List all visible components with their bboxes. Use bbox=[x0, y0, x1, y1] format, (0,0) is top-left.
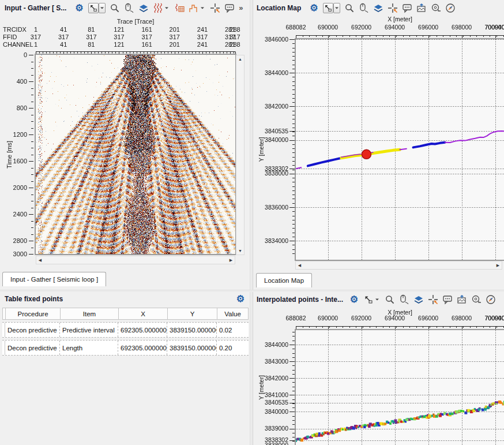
select-expand-icon[interactable] bbox=[88, 3, 99, 13]
settings-gear-icon[interactable]: ⚙ bbox=[349, 294, 359, 305]
column-header-procedure: Procedure bbox=[6, 308, 61, 319]
location-map-horizontal-scrollbar[interactable]: ◀ ▶ bbox=[295, 261, 502, 270]
fixed-points-table: Procedure Item X Y Value Decon predictiv… bbox=[2, 308, 249, 356]
toolbar-overflow-icon[interactable]: » bbox=[239, 3, 243, 13]
zoom-icon[interactable] bbox=[385, 294, 395, 305]
cell-x: 692305.000000 bbox=[118, 323, 167, 337]
panel-title: Table fixed points bbox=[0, 295, 63, 303]
cell-y: 3839150.000000 bbox=[167, 323, 217, 337]
cell-procedure: Decon predictive bbox=[5, 341, 60, 355]
wiggle-display-icon[interactable] bbox=[153, 3, 163, 13]
export-image-icon[interactable] bbox=[416, 3, 427, 13]
table-row[interactable]: Decon predictive Length 692305.000000 38… bbox=[2, 340, 249, 356]
scroll-up-button[interactable]: ▲ bbox=[236, 55, 244, 63]
interpolated-points-plot[interactable] bbox=[252, 307, 504, 445]
interpolated-toolbar: ⚙ bbox=[349, 294, 496, 305]
scroll-right-button[interactable]: ▶ bbox=[494, 261, 502, 269]
amplitude-histogram-icon[interactable] bbox=[189, 3, 199, 13]
tab-input-gather[interactable]: Input - Gather [ Seismic loop ] bbox=[2, 272, 106, 286]
export-image-icon[interactable] bbox=[457, 294, 467, 305]
interpolated-panel-header: Interpolated points - Inte... ⚙ bbox=[252, 291, 504, 307]
panel-title: Location Map bbox=[252, 4, 301, 12]
panel-location-map: Location Map ⚙ bbox=[252, 0, 504, 290]
zoom-icon[interactable] bbox=[110, 3, 120, 13]
horizontal-splitter[interactable] bbox=[0, 290, 504, 292]
cell-y: 3839150.000000 bbox=[167, 341, 217, 355]
pick-crosshair-icon[interactable] bbox=[388, 3, 398, 13]
cell-item: Length bbox=[60, 341, 118, 355]
scroll-down-button[interactable]: ▼ bbox=[236, 247, 244, 255]
measure-tape-icon[interactable] bbox=[431, 3, 441, 13]
layers-icon[interactable] bbox=[413, 294, 424, 305]
seismic-panel-header: Input - Gather [ S... ⚙ bbox=[0, 0, 250, 16]
mouse-pick-icon[interactable] bbox=[359, 3, 369, 13]
cell-item: Predictive interval bbox=[60, 323, 118, 337]
settings-gear-icon[interactable]: ⚙ bbox=[235, 294, 246, 304]
mouse-pick-icon[interactable] bbox=[124, 3, 134, 13]
column-header-item: Item bbox=[61, 308, 119, 319]
scroll-track[interactable] bbox=[236, 63, 244, 247]
application-window: Input - Gather [ S... ⚙ bbox=[0, 0, 504, 445]
location-map-panel-header: Location Map ⚙ bbox=[252, 0, 504, 16]
vertical-splitter[interactable] bbox=[250, 0, 253, 445]
seismic-vertical-scrollbar[interactable]: ▲ ▼ bbox=[236, 55, 245, 255]
comment-bubble-icon[interactable] bbox=[442, 294, 453, 305]
mouse-pick-icon[interactable] bbox=[399, 294, 409, 305]
table-row[interactable]: Decon predictive Predictive interval 692… bbox=[2, 322, 249, 338]
layers-icon[interactable] bbox=[138, 3, 149, 13]
fixed-points-panel-header: Table fixed points ⚙ bbox=[0, 291, 250, 306]
column-header-value: Value bbox=[217, 308, 248, 319]
location-map-toolbar: ⚙ bbox=[309, 3, 456, 13]
cell-x: 692305.000000 bbox=[118, 341, 167, 355]
dropdown-caret-icon[interactable] bbox=[163, 3, 170, 13]
select-expand-icon[interactable] bbox=[363, 294, 374, 305]
seismic-gather-plot[interactable] bbox=[0, 16, 250, 264]
cell-procedure: Decon predictive bbox=[5, 323, 60, 337]
zoom-icon[interactable] bbox=[344, 3, 355, 13]
dropdown-caret-icon[interactable] bbox=[99, 3, 106, 13]
scroll-left-button[interactable]: ◀ bbox=[36, 256, 44, 264]
header-table-icon[interactable] bbox=[174, 3, 185, 13]
measure-tape-icon[interactable] bbox=[471, 294, 482, 305]
pick-crosshair-icon[interactable] bbox=[428, 294, 438, 305]
settings-gear-icon[interactable]: ⚙ bbox=[309, 3, 319, 13]
cell-value: 0.02 bbox=[217, 323, 249, 337]
dropdown-caret-icon[interactable] bbox=[374, 294, 381, 305]
scroll-right-button[interactable]: ▶ bbox=[227, 256, 235, 264]
column-header-y: Y bbox=[168, 308, 217, 319]
comment-bubble-icon[interactable] bbox=[402, 3, 412, 13]
layers-icon[interactable] bbox=[373, 3, 383, 13]
compass-icon[interactable] bbox=[445, 3, 456, 13]
tab-location-map[interactable]: Location Map bbox=[256, 273, 312, 287]
comment-bubble-icon[interactable] bbox=[224, 3, 235, 13]
dropdown-caret-icon[interactable] bbox=[199, 3, 206, 13]
cell-value: 0.20 bbox=[217, 341, 249, 355]
panel-title: Input - Gather [ S... bbox=[0, 4, 66, 12]
pick-crosshair-icon[interactable] bbox=[210, 3, 220, 13]
compass-icon[interactable] bbox=[486, 294, 496, 305]
scroll-track[interactable] bbox=[303, 261, 494, 269]
table-header-row: Procedure Item X Y Value bbox=[2, 308, 249, 320]
scroll-left-button[interactable]: ◀ bbox=[296, 261, 303, 269]
scroll-track[interactable] bbox=[44, 256, 227, 264]
panel-interpolated-points: Interpolated points - Inte... ⚙ bbox=[252, 291, 504, 445]
dropdown-caret-icon[interactable] bbox=[333, 3, 340, 13]
location-map-plot[interactable] bbox=[252, 16, 504, 261]
panel-table-fixed-points: Table fixed points ⚙ Procedure Item X Y … bbox=[0, 291, 250, 445]
column-header-x: X bbox=[119, 308, 168, 319]
select-expand-icon[interactable] bbox=[323, 3, 333, 13]
seismic-toolbar: ⚙ bbox=[74, 3, 243, 13]
panel-seismic: Input - Gather [ S... ⚙ bbox=[0, 0, 250, 290]
seismic-horizontal-scrollbar[interactable]: ◀ ▶ bbox=[36, 256, 235, 264]
panel-title: Interpolated points - Inte... bbox=[252, 296, 343, 304]
settings-gear-icon[interactable]: ⚙ bbox=[74, 3, 84, 13]
